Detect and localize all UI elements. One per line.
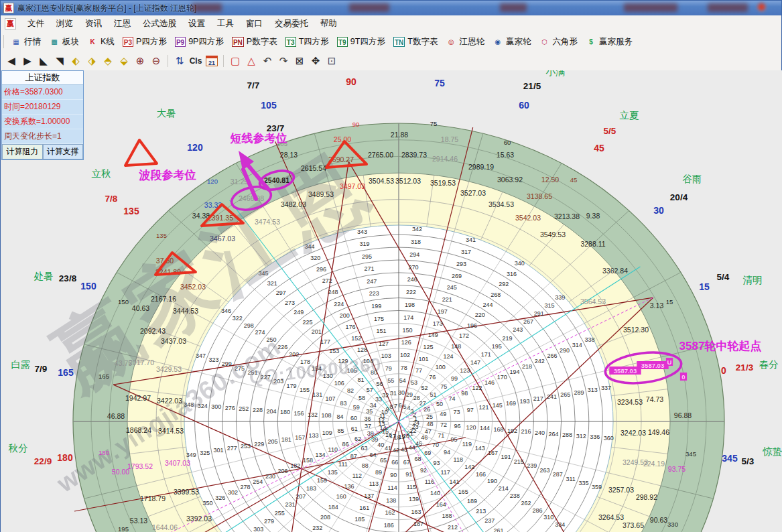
menu-formula-stockpick[interactable]: 公式选股 xyxy=(137,16,182,31)
wheel-label: 3 xyxy=(410,408,413,415)
kline-icon: K xyxy=(87,37,98,47)
menu-gann[interactable]: 江恩 xyxy=(108,16,137,31)
updown-icon[interactable]: ⇅ xyxy=(172,54,187,68)
toolbar-item-label: 9T四方形 xyxy=(350,36,385,48)
wheel-label: 96 xyxy=(454,423,460,429)
menu-tools[interactable]: 工具 xyxy=(211,16,240,31)
wheel-label: 151 xyxy=(377,328,387,334)
title-bar[interactable]: 赢 赢家江恩专业版[赢家服务平台] - [上证指数 江恩轮] xyxy=(1,1,781,16)
wheel-label: 224 xyxy=(334,301,344,308)
gann-wheel-canvas[interactable]: 1234567891011121314151617181920212223242… xyxy=(1,70,782,532)
wheel-label: 288 xyxy=(562,431,572,438)
background-window-blur xyxy=(349,3,389,12)
nav-left-icon[interactable]: ◀ xyxy=(4,54,19,68)
wheel-label: 3362.84 xyxy=(602,267,628,275)
menu-browse[interactable]: 浏览 xyxy=(50,16,79,31)
wheel-label: 146 xyxy=(484,379,495,386)
toolbar-item-label: 板块 xyxy=(62,36,79,48)
menu-news[interactable]: 资讯 xyxy=(79,16,108,31)
select-box-icon[interactable]: ⊠ xyxy=(292,54,307,68)
wheel-label: 77 xyxy=(415,367,422,374)
wheel-label: 122 xyxy=(472,385,482,391)
wheel-label: 134 xyxy=(316,452,326,458)
toolbar-item-grid[interactable]: ▦ 行情 xyxy=(7,35,45,49)
background-window-blur xyxy=(757,2,767,12)
menu-help[interactable]: 帮助 xyxy=(314,16,343,31)
toolbar-item-blocks[interactable]: ▩ 板块 xyxy=(45,35,83,49)
wheel-label: 252 xyxy=(239,405,249,412)
wheel-label: 164 xyxy=(436,501,446,508)
pan-left-icon[interactable]: ⬖ xyxy=(68,54,83,68)
nav-right-icon[interactable]: ▶ xyxy=(20,54,35,68)
pan-down-icon[interactable]: ⬙ xyxy=(117,54,131,68)
present-icon[interactable]: ⊡ xyxy=(324,54,339,68)
wheel-label: 183 xyxy=(306,485,316,492)
toolbar-item-t9[interactable]: T9 9T四方形 xyxy=(333,35,389,49)
nav-upleft-icon[interactable]: ◣ xyxy=(36,54,51,68)
zoom-out-icon[interactable]: ⊖ xyxy=(149,54,164,68)
p-table-icon: PN xyxy=(232,37,244,47)
move-tool-icon[interactable]: ✥ xyxy=(308,54,323,68)
wheel-label: 62 xyxy=(354,436,361,442)
menu-settings[interactable]: 设置 xyxy=(182,16,211,31)
toolbar-item-tn[interactable]: TN T数字表 xyxy=(389,35,442,49)
calendar-icon[interactable]: 21 xyxy=(204,54,219,68)
zoom-in-icon[interactable]: ⊕ xyxy=(133,54,147,68)
pan-up-icon[interactable]: ⬘ xyxy=(101,54,115,68)
wheel-label: 3542.03 xyxy=(515,214,541,222)
calc-resistance-button[interactable]: 计算阻力 xyxy=(2,144,43,159)
wheel-label: 196 xyxy=(467,322,477,329)
wheel-label: 214 xyxy=(499,485,509,492)
calc-support-button[interactable]: 计算支撑 xyxy=(43,144,84,159)
wheel-label: 95 xyxy=(450,436,457,443)
wheel-label: 60 xyxy=(350,415,357,421)
cls-button[interactable]: Cls xyxy=(188,54,203,68)
rotate-cw-icon[interactable]: ↷ xyxy=(276,54,291,68)
rect-tool-icon[interactable]: ▢ xyxy=(228,54,243,68)
wheel-label: 230 xyxy=(265,473,275,480)
wheel-label: 91 xyxy=(405,471,412,478)
wheel-label: 231 xyxy=(285,501,296,508)
wheel-label: 50.00 xyxy=(112,468,129,476)
toolbar-item-p9[interactable]: P9 9P四方形 xyxy=(171,35,228,49)
rotate-ccw-icon[interactable]: ↶ xyxy=(260,54,275,68)
wheel-label: 73 xyxy=(453,409,460,415)
wheel-label: 249 xyxy=(294,309,304,316)
wheel-label: 7/8 xyxy=(105,194,118,204)
toolbar-item-t3[interactable]: T3 T四方形 xyxy=(281,35,333,49)
toolbar-item-kline[interactable]: K K线 xyxy=(83,35,119,49)
wheel-label: 78 xyxy=(401,364,407,371)
wheel-label: 0 xyxy=(721,365,726,376)
hand-drawn-triangle xyxy=(125,140,157,165)
wheel-label: 191 xyxy=(501,454,511,460)
wheel-label: 337 xyxy=(601,385,611,391)
menu-window[interactable]: 窗口 xyxy=(240,16,269,31)
highlight-tag-text: 3587.03 xyxy=(641,362,664,369)
menu-logo-icon: 赢 xyxy=(5,18,16,29)
toolbar-item-dollar[interactable]: $ 赢家服务 xyxy=(582,35,637,49)
wheel-label: 248 xyxy=(328,289,338,295)
wheel-label: 60 xyxy=(519,100,529,111)
menu-file[interactable]: 文件 xyxy=(21,16,50,31)
pan-right-icon[interactable]: ⬗ xyxy=(84,54,99,68)
wheel-label: 71 xyxy=(438,432,444,439)
nav-downright-icon[interactable]: ◥ xyxy=(52,54,67,68)
solar-term-label: 惊蛰 xyxy=(763,446,782,457)
wheel-label: 301 xyxy=(213,447,223,454)
gann-wheel-chart[interactable]: 1234567891011121314151617181920212223242… xyxy=(1,70,782,532)
wheel-label: 109 xyxy=(322,429,332,436)
toolbar-item-wheel[interactable]: ◎ 江恩轮 xyxy=(442,35,488,49)
wheel-label: 193 xyxy=(519,398,529,405)
wheel-label: 277 xyxy=(227,445,237,452)
wheel-label: 35 xyxy=(366,408,373,415)
menu-trade[interactable]: 交易委托 xyxy=(269,16,314,31)
toolbar-item-pn[interactable]: PN P数字表 xyxy=(228,35,281,49)
toolbar-item-winwheel[interactable]: ◉ 赢家轮 xyxy=(488,35,535,49)
wheel-label: 176 xyxy=(346,324,356,330)
wheel-label: 159 xyxy=(317,477,327,484)
toolbar-item-hex[interactable]: ⬡ 六角形 xyxy=(535,35,582,49)
dollar-icon: $ xyxy=(586,37,596,47)
triangle-tool-icon[interactable]: △ xyxy=(244,54,259,68)
wheel-label: 2989.19 xyxy=(468,163,494,171)
toolbar-item-p3[interactable]: P3 P四方形 xyxy=(119,35,171,49)
